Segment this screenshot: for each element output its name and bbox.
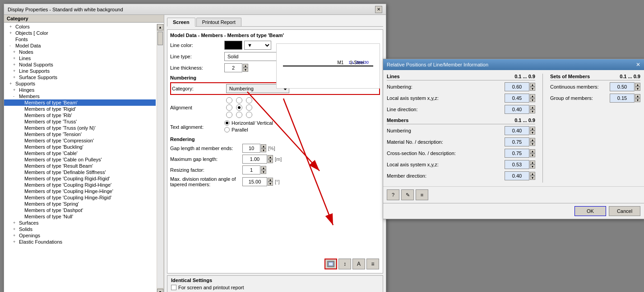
- tree-item-members-tension[interactable]: Members of type 'Tension': [4, 131, 156, 137]
- lines-row-input-1[interactable]: [505, 94, 529, 103]
- tree-scroll-up-button[interactable]: ▲: [157, 24, 163, 30]
- line-color-dropdown[interactable]: ▼: [244, 41, 271, 50]
- main-dialog-close-button[interactable]: ✕: [375, 6, 382, 13]
- line-thickness-down[interactable]: ▼: [243, 68, 248, 72]
- max-div-input[interactable]: [242, 177, 267, 186]
- tree-item-members-cable-pulleys[interactable]: Members of type 'Cable on Pulleys': [4, 156, 156, 163]
- tree-item-members-result-beam[interactable]: Members of type 'Result Beam': [4, 163, 156, 169]
- toolbar-btn-arrow[interactable]: ↕: [338, 259, 351, 269]
- max-gap-down[interactable]: ▼: [268, 159, 273, 163]
- members-row-up-4[interactable]: ▲: [530, 172, 535, 176]
- resizing-up[interactable]: ▲: [261, 166, 266, 170]
- tree-item-members-truss-only-n[interactable]: Members of type 'Truss (only N)': [4, 125, 156, 131]
- lines-row-down-0[interactable]: ▼: [530, 87, 535, 91]
- tree-item-members[interactable]: -Members: [4, 93, 156, 99]
- tree-item-supports[interactable]: +Supports: [4, 80, 156, 87]
- second-cancel-button[interactable]: Cancel: [609, 206, 640, 216]
- tree-item-colors[interactable]: +Colors: [4, 24, 156, 30]
- lines-row-input-2[interactable]: [505, 105, 529, 114]
- members-row-up-2[interactable]: ▲: [530, 149, 535, 153]
- lines-row-up-0[interactable]: ▲: [530, 83, 535, 87]
- lines-row-down-2[interactable]: ▼: [530, 109, 535, 113]
- tree-item-solids[interactable]: +Solids: [4, 226, 156, 232]
- tree-item-members-dashpot[interactable]: Members of type 'Dashpot': [4, 207, 156, 213]
- tree-item-members-truss[interactable]: Members of type 'Truss': [4, 118, 156, 125]
- members-row-up-0[interactable]: ▲: [530, 127, 535, 131]
- members-row-input-4[interactable]: [505, 171, 529, 180]
- align-mr[interactable]: [246, 104, 252, 111]
- tree-item-members-rigid[interactable]: Members of type 'Rigid': [4, 106, 156, 112]
- line-thickness-up[interactable]: ▲: [243, 64, 248, 68]
- tab-screen[interactable]: Screen: [167, 18, 195, 27]
- tree-item-fonts[interactable]: Fonts: [4, 36, 156, 42]
- members-row-input-0[interactable]: [505, 126, 529, 135]
- toolbar-btn-grid[interactable]: ≡: [366, 259, 379, 269]
- gap-length-input[interactable]: [242, 144, 260, 153]
- toolbar-btn-text[interactable]: A: [352, 259, 365, 269]
- sets-row-input-0[interactable]: [610, 82, 635, 91]
- members-row-down-0[interactable]: ▼: [530, 131, 535, 135]
- tree-item-members-cable[interactable]: Members of type 'Cable': [4, 150, 156, 156]
- line-type-select[interactable]: Solid: [224, 52, 283, 61]
- sets-row-down-0[interactable]: ▼: [635, 87, 640, 91]
- members-row-down-4[interactable]: ▼: [530, 176, 535, 180]
- align-tc[interactable]: [236, 97, 242, 104]
- tree-scroll-down-button[interactable]: ▼: [157, 289, 163, 292]
- members-row-up-3[interactable]: ▲: [530, 160, 535, 165]
- members-row-input-2[interactable]: [505, 149, 529, 158]
- max-div-up[interactable]: ▲: [268, 178, 273, 182]
- text-align-p-radio[interactable]: [224, 127, 230, 132]
- members-row-down-2[interactable]: ▼: [530, 153, 535, 157]
- rel-icon-help[interactable]: ?: [387, 189, 399, 200]
- sets-row-down-1[interactable]: ▼: [635, 98, 640, 102]
- lines-row-input-0[interactable]: [505, 82, 529, 91]
- sets-row-up-1[interactable]: ▲: [635, 94, 640, 98]
- lines-row-up-2[interactable]: ▲: [530, 105, 535, 109]
- tree-item-members-null[interactable]: Members of type 'Null': [4, 213, 156, 220]
- members-row-down-3[interactable]: ▼: [530, 165, 535, 169]
- rel-icon-list[interactable]: ≡: [416, 189, 428, 200]
- align-br[interactable]: [246, 112, 252, 118]
- tree-item-surface-supports[interactable]: +Surface Supports: [4, 74, 156, 80]
- members-row-down-1[interactable]: ▼: [530, 142, 535, 146]
- tree-item-members-coupling-hr[interactable]: Members of type 'Coupling Hinge-Hinge': [4, 188, 156, 194]
- max-gap-input[interactable]: [242, 155, 267, 164]
- resizing-input[interactable]: [242, 165, 260, 174]
- gap-length-up[interactable]: ▲: [261, 144, 266, 148]
- tree-item-members-buckling[interactable]: Members of type 'Buckling': [4, 144, 156, 150]
- tree-item-model-data[interactable]: -Model Data: [4, 42, 156, 49]
- align-ml[interactable]: [226, 104, 232, 111]
- tab-printout-report[interactable]: Printout Report: [196, 18, 241, 26]
- tree-item-openings[interactable]: +Openings: [4, 232, 156, 239]
- lines-row-down-1[interactable]: ▼: [530, 98, 535, 102]
- tree-item-members-def-stiffness[interactable]: Members of type 'Definable Stiffness': [4, 169, 156, 175]
- tree-item-hinges[interactable]: +Hinges: [4, 87, 156, 93]
- max-gap-up[interactable]: ▲: [268, 155, 273, 159]
- members-row-up-1[interactable]: ▲: [530, 138, 535, 142]
- gap-length-down[interactable]: ▼: [261, 148, 266, 152]
- tree-scroll-thumb[interactable]: [158, 32, 163, 45]
- tree-item-members-spring[interactable]: Members of type 'Spring': [4, 201, 156, 207]
- sets-row-up-0[interactable]: ▲: [635, 83, 640, 87]
- tree-item-lines[interactable]: +Lines: [4, 55, 156, 61]
- max-div-down[interactable]: ▼: [268, 182, 273, 186]
- toolbar-btn-highlighted[interactable]: [324, 259, 337, 269]
- tree-item-surfaces[interactable]: +Surfaces: [4, 220, 156, 226]
- rel-icon-edit[interactable]: ✎: [401, 189, 414, 200]
- align-tl[interactable]: [226, 97, 232, 104]
- resizing-down[interactable]: ▼: [261, 170, 266, 174]
- align-bl[interactable]: [226, 112, 232, 118]
- tree-item-members-compression[interactable]: Members of type 'Compression': [4, 137, 156, 144]
- line-thickness-input[interactable]: [224, 63, 242, 72]
- tree-item-objects-by-color[interactable]: +Objects [ Color: [4, 30, 156, 36]
- color-box[interactable]: [224, 41, 242, 50]
- sets-row-input-1[interactable]: [610, 94, 635, 103]
- tree-item-nodes[interactable]: +Nodes: [4, 49, 156, 55]
- tree-item-elastic-foundations[interactable]: +Elastic Foundations: [4, 239, 156, 245]
- identical-checkbox[interactable]: [171, 285, 176, 290]
- tree-item-members-beam[interactable]: Members of type 'Beam': [4, 99, 156, 106]
- tree-item-members-coupling-rh[interactable]: Members of type 'Coupling Rigid-Hinge': [4, 182, 156, 188]
- align-tr[interactable]: [246, 97, 252, 104]
- align-mc[interactable]: [236, 104, 242, 111]
- second-dialog-close[interactable]: ✕: [636, 61, 640, 68]
